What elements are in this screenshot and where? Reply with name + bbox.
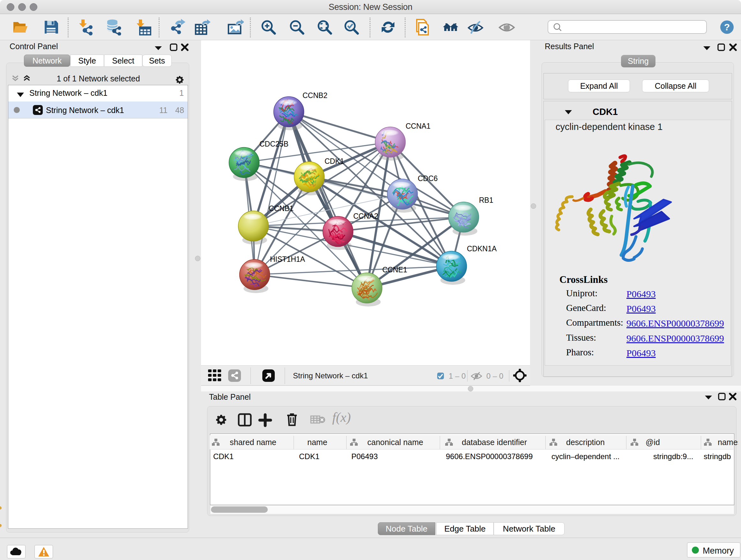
svg-text:CDK1: CDK1 xyxy=(325,157,344,165)
svg-text:CCNB1: CCNB1 xyxy=(269,204,293,212)
svg-text:CCNA2: CCNA2 xyxy=(353,212,378,220)
svg-text:CDKN1A: CDKN1A xyxy=(467,245,497,253)
svg-text:HIST1H1A: HIST1H1A xyxy=(270,255,306,263)
svg-text:CDC6: CDC6 xyxy=(418,174,438,183)
svg-text:RB1: RB1 xyxy=(479,196,493,204)
svg-text:?: ? xyxy=(724,22,730,32)
svg-text:CCNE1: CCNE1 xyxy=(382,266,407,274)
svg-text:CCNB2: CCNB2 xyxy=(302,91,327,100)
svg-text:CCNA1: CCNA1 xyxy=(406,122,430,130)
svg-text:CDC25B: CDC25B xyxy=(259,140,288,148)
